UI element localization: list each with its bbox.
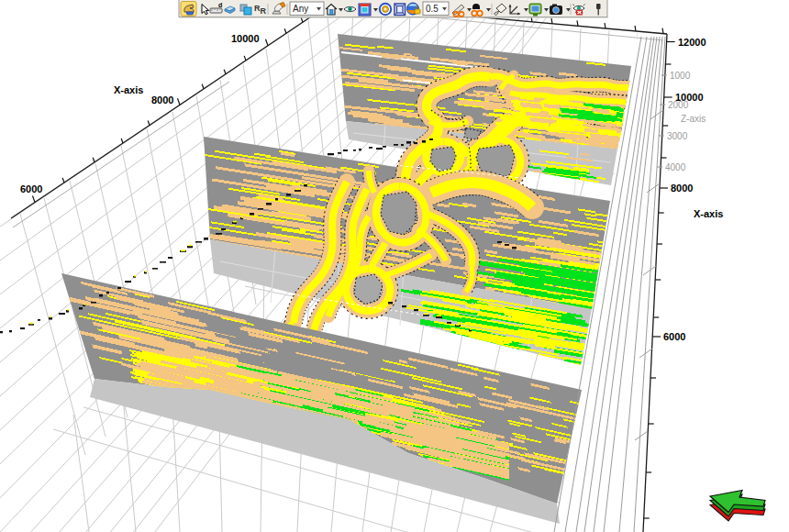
svg-text:4000: 4000 bbox=[665, 162, 686, 172]
svg-text:R: R bbox=[261, 6, 267, 16]
svg-text:10000: 10000 bbox=[231, 33, 260, 44]
svg-text:12000: 12000 bbox=[678, 37, 706, 48]
svg-text:1000: 1000 bbox=[670, 71, 691, 81]
svg-text:X-axis: X-axis bbox=[114, 84, 143, 95]
svg-text:X-axis: X-axis bbox=[694, 208, 723, 219]
svg-text:Z-axis: Z-axis bbox=[681, 114, 706, 124]
svg-text:8000: 8000 bbox=[671, 183, 693, 194]
svg-text:6000: 6000 bbox=[20, 183, 42, 194]
svg-text:Any: Any bbox=[293, 4, 308, 14]
svg-text:2000: 2000 bbox=[668, 100, 689, 110]
svg-text:8000: 8000 bbox=[151, 94, 173, 105]
svg-text:d: d bbox=[218, 2, 222, 8]
svg-text:6000: 6000 bbox=[663, 331, 685, 342]
svg-text:0.5: 0.5 bbox=[426, 4, 439, 14]
svg-text:3000: 3000 bbox=[667, 131, 688, 141]
